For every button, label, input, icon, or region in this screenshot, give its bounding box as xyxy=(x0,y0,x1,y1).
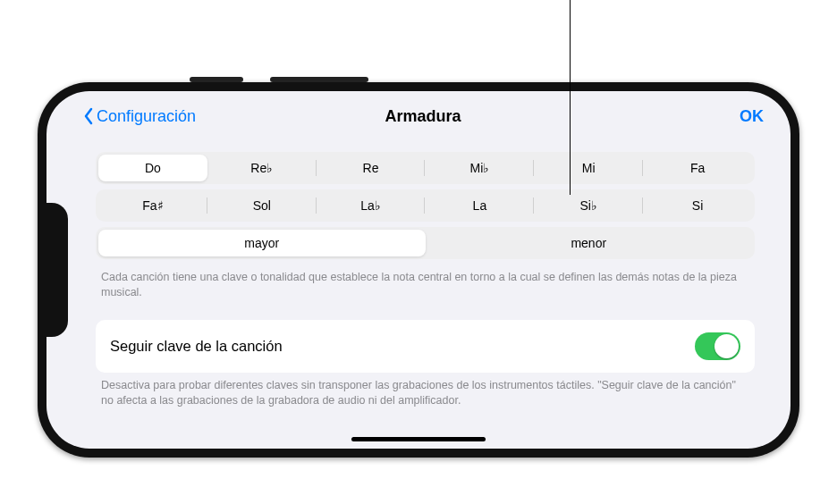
navbar: Configuración Armadura OK xyxy=(82,100,764,132)
helper-text-keys: Cada canción tiene una clave o tonalidad… xyxy=(96,265,755,300)
follow-key-cell: Seguir clave de la canción xyxy=(96,320,755,373)
scale-menor[interactable]: menor xyxy=(426,230,753,256)
back-label: Configuración xyxy=(97,107,196,126)
callout-line xyxy=(570,0,571,195)
content: Do Re♭ Re Mi♭ Mi Fa Fa♯ Sol La♭ La Si♭ S… xyxy=(96,152,755,408)
notch xyxy=(46,203,68,337)
ok-button[interactable]: OK xyxy=(740,107,764,126)
key-row-1: Do Re♭ Re Mi♭ Mi Fa xyxy=(96,152,755,184)
key-fas[interactable]: Fa♯ xyxy=(98,192,207,219)
key-mi[interactable]: Mi xyxy=(534,155,643,181)
key-sol[interactable]: Sol xyxy=(207,192,317,219)
follow-key-label: Seguir clave de la canción xyxy=(110,338,283,355)
phone-frame: Configuración Armadura OK Do Re♭ Re Mi♭ … xyxy=(38,82,799,458)
key-re[interactable]: Re xyxy=(317,155,426,181)
chevron-left-icon xyxy=(82,107,95,125)
key-la[interactable]: La xyxy=(425,192,534,219)
key-mib[interactable]: Mi♭ xyxy=(425,155,534,181)
back-button[interactable]: Configuración xyxy=(82,107,196,126)
follow-key-toggle[interactable] xyxy=(695,332,740,360)
key-fa[interactable]: Fa xyxy=(643,155,752,181)
screen: Configuración Armadura OK Do Re♭ Re Mi♭ … xyxy=(46,91,790,449)
scale-row: mayor menor xyxy=(96,227,755,259)
home-indicator[interactable] xyxy=(351,437,486,441)
key-row-2: Fa♯ Sol La♭ La Si♭ Si xyxy=(96,189,755,222)
key-reb[interactable]: Re♭ xyxy=(207,155,317,181)
key-si[interactable]: Si xyxy=(643,192,752,219)
key-do[interactable]: Do xyxy=(98,155,207,181)
scale-mayor[interactable]: mayor xyxy=(98,230,426,256)
helper-text-follow: Desactiva para probar diferentes claves … xyxy=(96,373,755,408)
key-sib[interactable]: Si♭ xyxy=(534,192,643,219)
key-lab[interactable]: La♭ xyxy=(317,192,426,219)
